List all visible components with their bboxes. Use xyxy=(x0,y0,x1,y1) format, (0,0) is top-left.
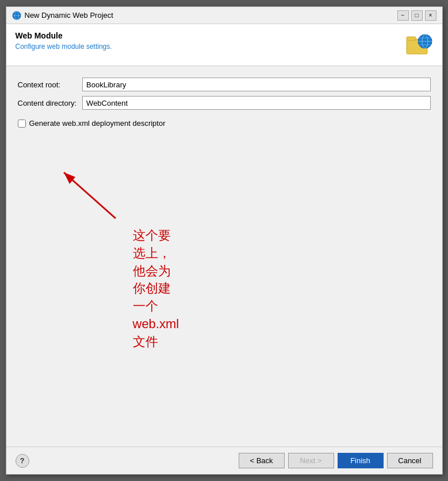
close-button[interactable]: × xyxy=(425,10,436,21)
generate-webxml-checkbox[interactable] xyxy=(18,120,26,128)
next-button[interactable]: Next > xyxy=(288,453,334,468)
main-content: Context root: Content directory: Generat… xyxy=(6,66,442,447)
section-title: Web Module xyxy=(16,31,400,40)
svg-rect-4 xyxy=(407,37,416,40)
footer: ? < Back Next > Finish Cancel xyxy=(6,447,442,474)
section-subtitle: Configure web module settings. xyxy=(16,43,400,51)
checkbox-row: Generate web.xml deployment descriptor xyxy=(18,119,431,128)
content-directory-label: Content directory: xyxy=(18,99,77,107)
back-button[interactable]: < Back xyxy=(239,453,285,468)
header-text: Web Module Configure web module settings… xyxy=(16,31,400,51)
dialog-window: New Dynamic Web Project − □ × Web Module… xyxy=(6,6,443,475)
context-root-label: Context root: xyxy=(18,80,77,89)
footer-left: ? xyxy=(16,454,29,468)
title-bar-left: New Dynamic Web Project xyxy=(12,11,113,20)
form-grid: Context root: Content directory: xyxy=(18,78,431,110)
context-root-input[interactable] xyxy=(82,78,430,91)
window-controls: − □ × xyxy=(397,10,436,21)
window-icon xyxy=(12,11,21,20)
generate-webxml-label[interactable]: Generate web.xml deployment descriptor xyxy=(29,119,166,128)
minimize-button[interactable]: − xyxy=(397,10,409,21)
window-title: New Dynamic Web Project xyxy=(25,11,113,20)
maximize-button[interactable]: □ xyxy=(411,10,423,21)
title-bar: New Dynamic Web Project − □ × xyxy=(6,7,442,24)
finish-button[interactable]: Finish xyxy=(338,453,384,468)
footer-buttons: < Back Next > Finish Cancel xyxy=(239,453,433,468)
header-icon xyxy=(405,31,433,59)
content-directory-input[interactable] xyxy=(82,96,430,110)
annotation-text: 这个要选上，他会为你创建一个 web.xml文件 xyxy=(133,227,179,351)
header-section: Web Module Configure web module settings… xyxy=(6,24,442,66)
cancel-button[interactable]: Cancel xyxy=(387,453,433,468)
annotation-arrow xyxy=(47,167,127,224)
help-button[interactable]: ? xyxy=(16,454,29,468)
